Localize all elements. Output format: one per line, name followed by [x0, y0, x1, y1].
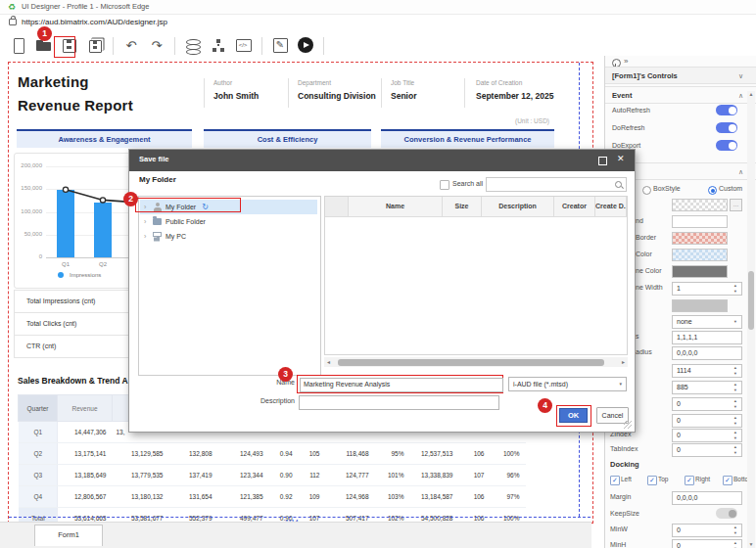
- file-name-input[interactable]: Marketing Revenue Analysis: [300, 378, 503, 392]
- new-file-icon[interactable]: [9, 36, 28, 56]
- browse-ellipsis-button[interactable]: …: [730, 199, 742, 211]
- minh-label: MinH: [610, 541, 626, 548]
- undo-icon[interactable]: ↶: [121, 36, 141, 56]
- report-tab-3[interactable]: Conversion & Revenue Performance: [381, 129, 554, 148]
- doexport-toggle[interactable]: [716, 140, 737, 151]
- meta-group: AuthorJohn Smith: [213, 79, 259, 101]
- fill-color-swatch[interactable]: ▾: [672, 249, 728, 261]
- spinner-icon[interactable]: ▴▾: [732, 430, 739, 441]
- panel-scrollbar[interactable]: ▲ ▼: [747, 91, 755, 548]
- custom-radio[interactable]: [708, 186, 717, 195]
- list-column-header[interactable]: Create D...: [595, 197, 627, 216]
- spinner-icon[interactable]: ▴▾: [732, 398, 739, 410]
- maximize-icon[interactable]: [598, 157, 607, 165]
- radius-field[interactable]: 0,0,0,0: [672, 346, 742, 360]
- spinner-icon[interactable]: ▴▾: [732, 444, 739, 456]
- table-cell: 132,808: [169, 443, 218, 465]
- hscrollbar-thumb[interactable]: [338, 359, 604, 366]
- code-window-icon[interactable]: [234, 36, 254, 56]
- keepsize-toggle[interactable]: [716, 508, 737, 519]
- file-list-hscrollbar[interactable]: ◂ ▸: [324, 357, 628, 367]
- spinner-icon[interactable]: ▴▾: [732, 525, 739, 536]
- chevron-up-icon: ∧: [738, 87, 743, 104]
- margin-field[interactable]: 0,0,0,0: [672, 491, 742, 505]
- table-cell: 107: [459, 465, 491, 486]
- dock-top-checkbox[interactable]: ✓: [647, 476, 657, 485]
- MinW-spinner-field[interactable]: 0▴▾: [672, 524, 742, 537]
- run-icon[interactable]: [296, 36, 315, 56]
- controls-header[interactable]: [Form1]'s Controls∨: [605, 67, 756, 84]
- list-column-header[interactable]: Size: [443, 197, 482, 216]
- scroll-up-icon[interactable]: ▲: [747, 91, 755, 97]
- save-as-icon[interactable]: [85, 36, 105, 56]
- spinner-icon[interactable]: ▴▾: [732, 365, 739, 377]
- spinner-icon[interactable]: ▴▾: [732, 283, 739, 295]
- transparent-swatch[interactable]: [672, 199, 728, 211]
- redo-icon[interactable]: ↷: [147, 36, 166, 56]
- expand-icon[interactable]: ›: [144, 229, 146, 244]
- expand-icon[interactable]: ›: [144, 214, 146, 229]
- size-spinner-field[interactable]: 1114▴▾: [672, 364, 742, 378]
- dorefresh-toggle[interactable]: [716, 122, 737, 133]
- dialog-titlebar[interactable]: Save file ✕: [129, 150, 635, 171]
- form-tab[interactable]: Form1: [34, 525, 103, 546]
- scroll-left-icon[interactable]: ◂: [327, 358, 330, 365]
- scrollbar-thumb[interactable]: [748, 271, 754, 330]
- url-text[interactable]: https://aud.bimatrix.com/AUD/designer.js…: [22, 18, 167, 26]
- search-icon[interactable]: [615, 181, 622, 188]
- list-column-header[interactable]: Description: [482, 197, 554, 216]
- ok-button[interactable]: OK: [559, 408, 588, 423]
- collapse-panel-icon[interactable]: »: [624, 57, 628, 66]
- background-color-swatch[interactable]: ▾: [672, 215, 728, 228]
- list-column-header[interactable]: Name: [349, 197, 443, 216]
- search-input[interactable]: [486, 177, 627, 192]
- search-all-checkbox[interactable]: [440, 180, 449, 190]
- line-width-label-fragment: ne Width: [636, 284, 663, 291]
- list-column-header[interactable]: Creator: [554, 197, 595, 216]
- custom-radio-label[interactable]: Custom: [719, 185, 742, 192]
- table-cell: 13,175,141: [58, 443, 113, 465]
- size-spinner-field[interactable]: 885▴▾: [672, 381, 742, 394]
- event-prop-label: AutoRefresh: [612, 107, 650, 114]
- url-bar[interactable]: https://aud.bimatrix.com/AUD/designer.js…: [0, 15, 756, 31]
- close-icon[interactable]: ✕: [617, 154, 625, 163]
- tree-item-public-folder[interactable]: ›Public Folder: [140, 214, 317, 229]
- report-tab-1[interactable]: Awareness & Engagement: [17, 129, 192, 148]
- sitemap-icon[interactable]: [209, 36, 228, 56]
- line-width-field[interactable]: 1▴▾: [672, 282, 742, 296]
- spinner-icon[interactable]: ▴▾: [732, 415, 739, 427]
- autorefresh-toggle[interactable]: [716, 105, 737, 115]
- report-tab-2[interactable]: Cost & Efficiency: [204, 129, 371, 148]
- app-logo-icon: ♻: [8, 2, 16, 12]
- dock-left-checkbox[interactable]: ✓: [610, 476, 620, 485]
- none-select[interactable]: none▾: [672, 315, 742, 329]
- tree-item-my-pc[interactable]: ›My PC: [140, 229, 317, 244]
- TabIndex-spinner-field[interactable]: 0▴▾: [672, 443, 742, 457]
- file-type-select[interactable]: i-AUD file (*.mtsd)▾: [508, 377, 627, 391]
- shadow-color-swatch[interactable]: ▾: [672, 299, 728, 312]
- description-input[interactable]: [299, 395, 499, 410]
- ZIndex-spinner-field[interactable]: 0▴▾: [672, 429, 742, 442]
- file-list[interactable]: NameSizeDescriptionCreatorCreate D...: [324, 196, 628, 355]
- padding-field[interactable]: 1,1,1,1: [672, 331, 742, 344]
- boxstyle-radio-label[interactable]: BoxStyle: [653, 185, 681, 192]
- size-spinner-field[interactable]: 0▴▾: [672, 414, 742, 428]
- line-color-swatch[interactable]: ▾: [672, 265, 728, 278]
- dock-bottom-checkbox[interactable]: ✓: [723, 476, 732, 485]
- boxstyle-radio[interactable]: [642, 186, 651, 195]
- event-section-header[interactable]: Event∧: [605, 86, 756, 104]
- spinner-icon[interactable]: ▴▾: [732, 540, 739, 548]
- dropdown-arrow-icon[interactable]: ▾: [732, 319, 739, 325]
- size-spinner-field[interactable]: 0▴▾: [672, 397, 742, 411]
- resize-grip[interactable]: [624, 421, 632, 429]
- line-color-label-fragment: ne Color: [636, 267, 661, 274]
- database-icon[interactable]: [183, 36, 203, 56]
- border-color-swatch[interactable]: ▾: [672, 232, 728, 245]
- scroll-down-icon[interactable]: ▼: [747, 541, 755, 547]
- edit-icon[interactable]: [270, 36, 290, 56]
- dock-right-checkbox[interactable]: ✓: [685, 476, 694, 485]
- list-column-header[interactable]: [325, 197, 349, 216]
- spinner-icon[interactable]: ▴▾: [732, 382, 739, 393]
- scroll-right-icon[interactable]: ▸: [622, 358, 625, 365]
- MinH-spinner-field[interactable]: 0▴▾: [672, 539, 742, 548]
